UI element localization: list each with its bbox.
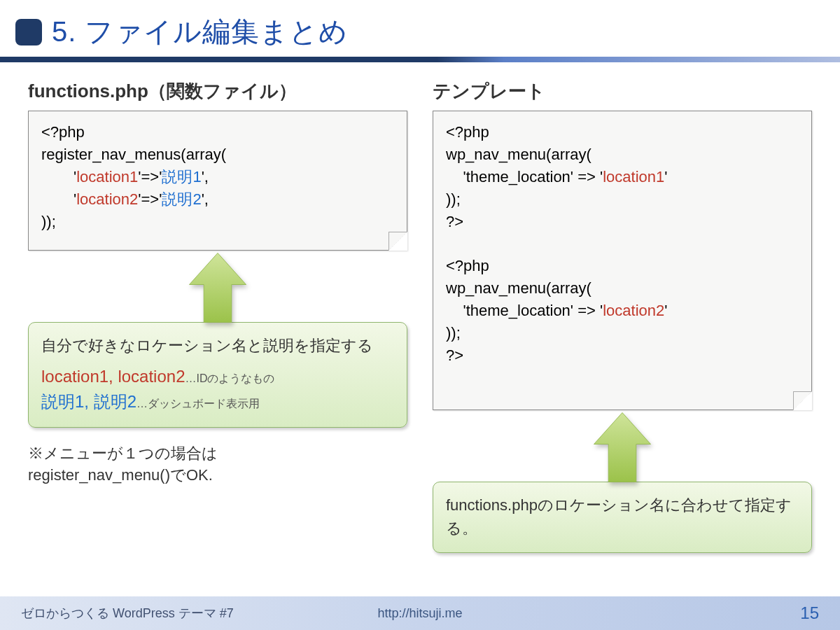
arrow-up-icon: [186, 249, 249, 326]
right-column: テンプレート <?php wp_nav_menu(array( 'theme_l…: [433, 79, 812, 587]
callout-blue-text: 説明1, 説明2: [41, 392, 136, 411]
page-number: 15: [800, 603, 819, 623]
title-row: 5. ファイル編集まとめ: [0, 0, 840, 57]
callout-main-text: 自分で好きなロケーション名と説明を指定する: [41, 334, 394, 357]
code-text: ));: [446, 324, 461, 342]
code-text: '=>': [138, 190, 162, 208]
arrow-container: [433, 409, 812, 486]
functions-code-box: <?php register_nav_menus(array( 'locatio…: [28, 111, 407, 251]
right-callout: functions.phpのロケーション名に合わせて指定する。: [433, 482, 812, 553]
code-text: wp_nav_menu(array(: [446, 279, 592, 297]
code-text: 説明1: [162, 168, 201, 186]
left-heading: functions.php（関数ファイル）: [28, 79, 407, 104]
code-line: wp_nav_menu(array(: [446, 277, 799, 300]
code-text: wp_nav_menu(array(: [446, 146, 592, 163]
code-line: wp_nav_menu(array(: [446, 144, 799, 166]
code-line: <?php: [446, 255, 799, 277]
callout-red-text: location1, location2: [41, 367, 185, 386]
code-text: '=>': [138, 168, 162, 186]
title-bullet-icon: [15, 19, 42, 46]
code-text: 'theme_location' => ': [446, 168, 603, 186]
code-text: ',: [202, 168, 209, 186]
code-line: ?>: [446, 344, 799, 367]
code-text: <?php: [446, 257, 489, 274]
code-text: location2: [603, 302, 664, 319]
code-text: <?php: [41, 123, 85, 141]
code-line: 'theme_location' => 'location1': [446, 166, 799, 188]
arrow-container: [28, 249, 407, 326]
code-text: 'theme_location' => ': [446, 302, 603, 319]
code-text: ));: [446, 190, 461, 208]
callout-small-text: …IDのようなもの: [185, 372, 274, 384]
page-fold-icon: [793, 391, 811, 410]
footer-url: http://hitsuji.me: [377, 606, 462, 621]
left-column: functions.php（関数ファイル） <?php register_nav…: [28, 79, 407, 587]
code-text: ',: [202, 190, 209, 208]
code-text: 説明2: [162, 190, 201, 208]
code-line: ));: [446, 188, 799, 211]
page-fold-icon: [388, 232, 407, 250]
code-text: ));: [41, 213, 56, 230]
code-text: location1: [603, 168, 664, 186]
code-line: ));: [41, 211, 394, 233]
right-heading: テンプレート: [433, 79, 812, 104]
left-callout: 自分で好きなロケーション名と説明を指定する location1, locatio…: [28, 322, 407, 428]
slide-title: 5. ファイル編集まとめ: [52, 13, 348, 51]
title-divider: [0, 57, 840, 62]
code-line: <?php: [41, 121, 394, 144]
code-line: 'location1'=>'説明1',: [41, 166, 394, 188]
left-note: ※メニューが１つの場合は register_nav_menu()でOK.: [28, 443, 407, 486]
code-line: 'theme_location' => 'location2': [446, 300, 799, 322]
arrow-up-icon: [591, 409, 654, 486]
slide: 5. ファイル編集まとめ functions.php（関数ファイル） <?php…: [0, 0, 840, 630]
code-line: 'location2'=>'説明2',: [41, 188, 394, 211]
callout-sub2: 説明1, 説明2…ダッシュボード表示用: [41, 389, 394, 414]
code-text: <?php: [446, 123, 489, 141]
code-text: location2: [76, 190, 138, 208]
code-text: ': [664, 302, 667, 319]
code-text: register_nav_menus(array(: [41, 146, 226, 163]
code-text: location1: [76, 168, 138, 186]
footer: ゼロからつくる WordPress テーマ #7 http://hitsuji.…: [0, 596, 840, 630]
code-line: register_nav_menus(array(: [41, 144, 394, 166]
code-line: ?>: [446, 211, 799, 233]
code-line: ));: [446, 322, 799, 344]
code-text: ': [664, 168, 667, 186]
code-line: [446, 232, 799, 255]
code-text: ?>: [446, 213, 463, 230]
slide-body: functions.php（関数ファイル） <?php register_nav…: [0, 62, 840, 587]
code-text: ?>: [446, 346, 463, 364]
footer-left: ゼロからつくる WordPress テーマ #7: [21, 605, 234, 622]
callout-small-text: …ダッシュボード表示用: [136, 398, 260, 410]
callout-sub1: location1, location2…IDのようなもの: [41, 364, 394, 389]
code-line: <?php: [446, 121, 799, 144]
template-code-box: <?php wp_nav_menu(array( 'theme_location…: [433, 111, 812, 410]
